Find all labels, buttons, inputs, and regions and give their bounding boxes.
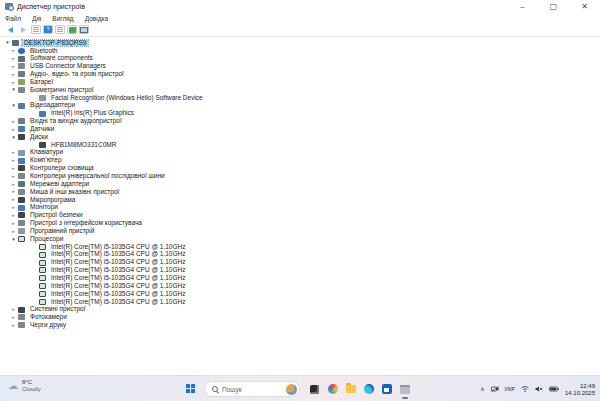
taskbar-clock[interactable]: 12:49 14.10.2025 bbox=[565, 383, 595, 396]
tree-row[interactable]: ▾Процесори bbox=[0, 235, 600, 243]
chevron-right-icon[interactable]: ▸ bbox=[10, 221, 17, 226]
chevron-right-icon[interactable]: ▸ bbox=[10, 166, 17, 171]
monitor-view-icon bbox=[80, 27, 88, 33]
tree-row[interactable]: ▸Миша й інші вказівні пристрої bbox=[0, 188, 600, 196]
window-title: Диспетчер пристроїв bbox=[17, 3, 85, 10]
processor-icon bbox=[39, 291, 46, 297]
language-indicator[interactable]: УКР bbox=[505, 386, 515, 392]
widgets-button[interactable]: ☁ 8°C Cloudy bbox=[8, 379, 41, 392]
monitor-view-button[interactable] bbox=[79, 25, 89, 34]
disk-drive-icon bbox=[39, 142, 46, 148]
search-box[interactable]: Пошук bbox=[204, 381, 300, 397]
tree-row[interactable]: ▸Батареї bbox=[0, 78, 600, 86]
chevron-right-icon[interactable]: ▸ bbox=[10, 64, 17, 69]
tree-item-label: Мережеві адаптери bbox=[28, 181, 91, 188]
close-button[interactable]: ✕ bbox=[569, 0, 600, 13]
chevron-right-icon[interactable]: ▸ bbox=[10, 150, 17, 155]
help-button[interactable]: ? bbox=[43, 25, 53, 34]
usb-controller-icon bbox=[18, 173, 25, 179]
tree-item-label: Bluetooth bbox=[28, 48, 59, 55]
forward-arrow-icon bbox=[21, 27, 26, 33]
chevron-right-icon[interactable]: ▸ bbox=[10, 48, 17, 53]
tree-row[interactable]: ▸Вхідні та вихідні аудіопристрої bbox=[0, 117, 600, 125]
tree-row[interactable]: ▸Датчики bbox=[0, 125, 600, 133]
chevron-right-icon[interactable]: ▸ bbox=[10, 205, 17, 210]
help-icon: ? bbox=[44, 26, 52, 33]
taskbar-app-device-manager[interactable] bbox=[399, 384, 410, 395]
device-manager-app-icon bbox=[5, 3, 13, 10]
tree-row[interactable]: Intel(R) Core(TM) i5-1035G4 CPU @ 1.10GH… bbox=[0, 274, 600, 282]
console-tree-button[interactable] bbox=[31, 25, 41, 34]
chevron-right-icon[interactable]: ▸ bbox=[10, 307, 17, 312]
scan-hardware-button[interactable] bbox=[67, 25, 77, 34]
camera-privacy-icon[interactable] bbox=[491, 386, 499, 392]
start-button[interactable] bbox=[186, 384, 196, 394]
tree-row[interactable]: Intel(R) Core(TM) i5-1035G4 CPU @ 1.10GH… bbox=[0, 298, 600, 306]
chevron-right-icon[interactable]: ▸ bbox=[10, 323, 17, 328]
chevron-right-icon[interactable]: ▸ bbox=[10, 182, 17, 187]
chevron-right-icon[interactable]: ▸ bbox=[10, 72, 17, 77]
chevron-right-icon[interactable]: ▸ bbox=[10, 127, 17, 132]
tree-row[interactable]: ▸Мережеві адаптери bbox=[0, 180, 600, 188]
chevron-right-icon[interactable]: ▸ bbox=[10, 158, 17, 163]
taskbar-app-copilot[interactable] bbox=[327, 384, 338, 395]
chevron-down-icon[interactable]: ▾ bbox=[10, 103, 17, 108]
tree-row[interactable]: ▸Контролери універсальної послідовної ши… bbox=[0, 172, 600, 180]
tree-row[interactable]: ▸Системні пристрої bbox=[0, 306, 600, 314]
tree-row[interactable]: Intel(R) Core(TM) i5-1035G4 CPU @ 1.10GH… bbox=[0, 290, 600, 298]
tree-item-label: Intel(R) Core(TM) i5-1035G4 CPU @ 1.10GH… bbox=[49, 267, 187, 274]
tree-row[interactable]: ▸Аудіо-, відео- та ігрові пристрої bbox=[0, 70, 600, 78]
hidden-icons-chevron[interactable]: ∧ bbox=[480, 386, 484, 392]
tree-row[interactable]: ▾Диски bbox=[0, 133, 600, 141]
chevron-right-icon[interactable]: ▸ bbox=[10, 189, 17, 194]
forward-button[interactable] bbox=[18, 25, 29, 35]
properties-button[interactable] bbox=[55, 25, 65, 34]
menu-item-file[interactable]: Файл bbox=[5, 15, 21, 22]
volume-muted-icon[interactable] bbox=[535, 386, 543, 392]
chevron-right-icon[interactable]: ▸ bbox=[10, 213, 17, 218]
chevron-right-icon[interactable]: ▸ bbox=[10, 315, 17, 320]
tree-row[interactable]: ▸Черги друку bbox=[0, 321, 600, 329]
menu-item-action[interactable]: Дія bbox=[32, 15, 41, 22]
taskbar-app-task-view[interactable] bbox=[309, 384, 320, 395]
software-device-icon bbox=[18, 228, 25, 234]
chevron-down-icon[interactable]: ▾ bbox=[10, 87, 17, 92]
chevron-down-icon[interactable]: ▾ bbox=[10, 237, 17, 242]
tree-row[interactable]: ▸Монітори bbox=[0, 204, 600, 212]
tree-row[interactable]: ▸Мікропрограма bbox=[0, 196, 600, 204]
maximize-button[interactable]: ▢ bbox=[538, 0, 569, 13]
tree-row[interactable]: ▸Програмний пристрій bbox=[0, 227, 600, 235]
device-manager-content: ▾DESKTOP-P83QRS9▸Bluetooth▸Software comp… bbox=[0, 37, 600, 375]
chevron-down-icon[interactable]: ▾ bbox=[4, 40, 11, 45]
tree-row[interactable]: ▾DESKTOP-P83QRS9 bbox=[0, 39, 600, 47]
tree-row[interactable]: Facial Recognition (Windows Hello) Softw… bbox=[0, 94, 600, 102]
tree-row[interactable]: Intel(R) Core(TM) i5-1035G4 CPU @ 1.10GH… bbox=[0, 282, 600, 290]
network-adapter-icon bbox=[18, 181, 25, 187]
battery-icon[interactable] bbox=[549, 386, 559, 392]
tree-row[interactable]: ▸Клавіатури bbox=[0, 149, 600, 157]
tree-item-label: Відеоадаптери bbox=[28, 102, 77, 109]
chevron-right-icon[interactable]: ▸ bbox=[10, 119, 17, 124]
tree-row[interactable]: ▸Фотокамери bbox=[0, 314, 600, 322]
taskbar-app-icons bbox=[309, 384, 410, 395]
wifi-icon[interactable] bbox=[521, 386, 529, 392]
sensor-icon bbox=[18, 126, 25, 132]
tree-row[interactable]: HFB1M8MO331C0MR bbox=[0, 141, 600, 149]
minimize-button[interactable]: – bbox=[507, 0, 538, 13]
back-button[interactable] bbox=[5, 25, 16, 35]
processor-icon bbox=[39, 260, 46, 266]
search-highlight-image bbox=[286, 384, 297, 395]
tree-row[interactable]: ▾Біометричні пристрої bbox=[0, 86, 600, 94]
chevron-right-icon[interactable]: ▸ bbox=[10, 56, 17, 61]
chevron-down-icon[interactable]: ▾ bbox=[10, 135, 17, 140]
chevron-right-icon[interactable]: ▸ bbox=[10, 197, 17, 202]
taskbar-app-microsoft-store[interactable] bbox=[381, 384, 392, 395]
menu-item-help[interactable]: Довідка bbox=[85, 15, 108, 22]
usb-connector-icon bbox=[18, 63, 25, 69]
taskbar-app-file-explorer[interactable] bbox=[345, 384, 356, 395]
chevron-right-icon[interactable]: ▸ bbox=[10, 174, 17, 179]
chevron-right-icon[interactable]: ▸ bbox=[10, 80, 17, 85]
menu-item-view[interactable]: Вигляд bbox=[52, 15, 73, 22]
taskbar-app-edge[interactable] bbox=[363, 384, 374, 395]
chevron-right-icon[interactable]: ▸ bbox=[10, 229, 17, 234]
